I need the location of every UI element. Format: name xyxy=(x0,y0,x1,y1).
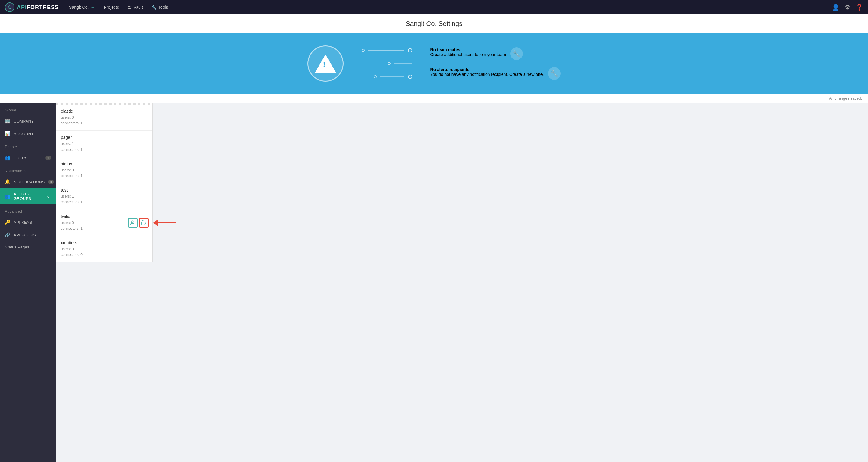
company-icon: 🏢 xyxy=(5,118,10,124)
sidebar-item-api-keys[interactable]: 🔑 API KEYS xyxy=(0,216,56,229)
arrow-shaft xyxy=(158,222,176,224)
alert-item-meta: users: 0connectors: 1 xyxy=(61,115,147,126)
connector-dot-2 xyxy=(388,62,391,65)
hero-items-list: No team mates Create additional users to… xyxy=(430,47,561,80)
alert-item-name: xmatters xyxy=(61,240,147,245)
vault-icon: 🗃 xyxy=(127,5,132,10)
status-message: All changes saved. xyxy=(829,96,862,101)
settings-icon[interactable]: ⚙ xyxy=(845,4,850,11)
add-users-button[interactable] xyxy=(128,218,138,228)
sidebar-section-global: Global xyxy=(0,103,56,115)
alert-item-meta: users: 1connectors: 1 xyxy=(61,194,147,205)
sidebar-section-notifications: Notifications xyxy=(0,164,56,175)
main-layout: Global 🏢 COMPANY 📊 ACCOUNT People 👥 USER… xyxy=(0,103,868,462)
hero-item-1-title: No team mates xyxy=(430,47,506,52)
nav-arrow-icon: → xyxy=(90,4,95,10)
api-keys-icon: 🔑 xyxy=(5,220,10,225)
nav-tools[interactable]: 🔧 Tools xyxy=(147,0,173,14)
content-flex: elastic users: 0connectors: 1 pager user… xyxy=(56,103,868,262)
endpoint-dot-2 xyxy=(408,75,412,79)
alerts-groups-badge: 6 xyxy=(45,194,51,198)
status-bar: All changes saved. xyxy=(0,94,868,103)
api-hooks-icon: 🔗 xyxy=(5,232,10,238)
top-navigation: ⬡ APIFORTRESS Sangit Co. → Projects 🗃 Va… xyxy=(0,0,868,14)
help-icon[interactable]: ❓ xyxy=(856,4,863,11)
vault-label: Vault xyxy=(133,5,143,10)
sidebar-section-people: People xyxy=(0,140,56,152)
alert-item-name: test xyxy=(61,188,147,193)
topnav-right-actions: 👤 ⚙ ❓ xyxy=(832,4,863,11)
arrow-head-icon xyxy=(153,220,158,226)
alert-item-meta: users: 0connectors: 1 xyxy=(61,167,147,179)
user-profile-icon[interactable]: 👤 xyxy=(832,4,839,11)
tools-label: Tools xyxy=(158,5,168,10)
sidebar-item-account[interactable]: 📊 ACCOUNT xyxy=(0,127,56,140)
alerts-groups-list: elastic users: 0connectors: 1 pager user… xyxy=(56,103,153,262)
list-item[interactable]: status users: 0connectors: 1 xyxy=(56,157,152,184)
warning-triangle-icon xyxy=(315,55,336,73)
sidebar-item-notifications[interactable]: 🔔 NOTIFICATIONS 0 xyxy=(0,175,56,188)
users-badge: 1 xyxy=(45,156,51,160)
sidebar-item-users-label: USERS xyxy=(13,156,27,160)
alert-item-meta: users: 1connectors: 1 xyxy=(61,141,147,153)
hero-item-2-action-btn[interactable]: 🔧 xyxy=(548,67,561,80)
nav-company[interactable]: Sangit Co. → xyxy=(65,0,99,14)
hero-item-1-action-btn[interactable]: 🔧 xyxy=(510,47,523,60)
sidebar: Global 🏢 COMPANY 📊 ACCOUNT People 👥 USER… xyxy=(0,103,56,462)
endpoint-dot-1 xyxy=(408,48,412,53)
alert-item-name: pager xyxy=(61,135,147,140)
hero-item-1-desc: Create additional users to join your tea… xyxy=(430,52,506,57)
account-icon: 📊 xyxy=(5,131,10,136)
sidebar-item-users[interactable]: 👥 USERS 1 xyxy=(0,152,56,164)
page-title-bar: Sangit Co. Settings xyxy=(0,14,868,33)
alert-item-actions xyxy=(128,218,149,228)
company-name-label: Sangit Co. xyxy=(69,5,89,10)
sidebar-item-api-hooks[interactable]: 🔗 API HOOKS xyxy=(0,229,56,241)
sidebar-item-status-pages-label: Status Pages xyxy=(5,245,29,250)
tools-icon: 🔧 xyxy=(151,5,156,10)
brand-name: APIFORTRESS xyxy=(17,4,59,10)
nav-projects[interactable]: Projects xyxy=(99,0,123,14)
sidebar-item-alerts-groups[interactable]: 👥 ALERTS GROUPS 6 xyxy=(0,188,56,204)
sidebar-item-account-label: ACCOUNT xyxy=(13,132,33,136)
hero-connector-lines xyxy=(362,48,412,79)
list-item[interactable]: xmatters users: 0connectors: 0 xyxy=(56,236,152,262)
content-area: elastic users: 0connectors: 1 pager user… xyxy=(56,103,868,462)
sidebar-section-advanced: Advanced xyxy=(0,204,56,216)
sidebar-item-notifications-label: NOTIFICATIONS xyxy=(13,180,44,184)
list-item[interactable]: pager users: 1connectors: 1 xyxy=(56,131,152,157)
nav-vault[interactable]: 🗃 Vault xyxy=(123,0,147,14)
alert-item-name: elastic xyxy=(61,109,147,113)
logo-icon: ⬡ xyxy=(5,2,14,12)
alert-item-meta: users: 0connectors: 0 xyxy=(61,246,147,258)
hero-item-2-title: No alerts recipients xyxy=(430,67,544,72)
sidebar-item-api-hooks-label: API HOOKS xyxy=(13,233,36,237)
alert-item-name: status xyxy=(61,161,147,166)
sidebar-item-alerts-groups-label: ALERTS GROUPS xyxy=(13,192,42,201)
list-item[interactable]: elastic users: 0connectors: 1 xyxy=(56,104,152,131)
sidebar-item-api-keys-label: API KEYS xyxy=(13,220,32,225)
sidebar-item-company-label: COMPANY xyxy=(13,119,34,124)
hero-item-2-desc: You do not have any notification recipie… xyxy=(430,72,544,77)
list-item[interactable]: twilio users: 0connectors: 1 xyxy=(56,210,152,236)
logo[interactable]: ⬡ APIFORTRESS xyxy=(5,2,59,12)
hero-warning-circle xyxy=(307,45,344,81)
notifications-icon: 🔔 xyxy=(5,179,10,185)
page-title: Sangit Co. Settings xyxy=(406,20,462,27)
svg-point-0 xyxy=(131,221,133,223)
connector-dot-1 xyxy=(362,49,365,52)
sidebar-item-company[interactable]: 🏢 COMPANY xyxy=(0,115,56,127)
hero-item-teammates: No team mates Create additional users to… xyxy=(430,47,561,60)
hero-banner: No team mates Create additional users to… xyxy=(0,33,868,94)
notifications-badge: 0 xyxy=(48,180,54,184)
list-item[interactable]: test users: 1connectors: 1 xyxy=(56,184,152,209)
sidebar-item-status-pages[interactable]: Status Pages xyxy=(0,241,56,253)
hero-item-alerts: No alerts recipients You do not have any… xyxy=(430,67,561,80)
projects-label: Projects xyxy=(104,5,119,10)
arrow-pointer xyxy=(153,220,176,226)
users-icon: 👥 xyxy=(5,155,10,161)
add-connector-button[interactable] xyxy=(139,218,149,228)
alerts-groups-icon: 👥 xyxy=(5,194,10,199)
connector-dot-3 xyxy=(374,75,377,78)
